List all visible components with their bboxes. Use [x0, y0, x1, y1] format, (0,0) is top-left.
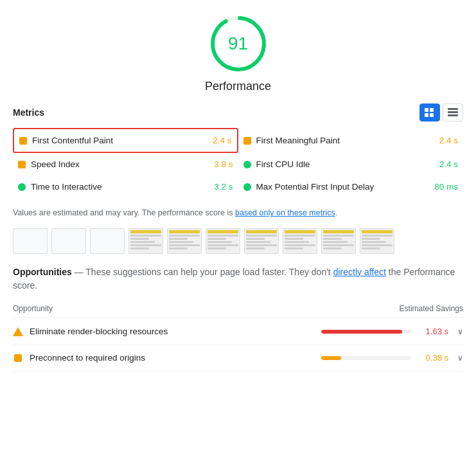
opp-table-header: Opportunity Estimated Savings [13, 302, 463, 318]
metrics-title: Metrics [13, 107, 44, 118]
savings-bar-fill [321, 356, 341, 360]
list-view-button[interactable] [443, 104, 463, 122]
screenshots-strip [13, 228, 463, 254]
metric-value: 2.4 s [439, 159, 458, 169]
metric-name: First Contentful Paint [32, 136, 213, 145]
screenshot-thumb [128, 228, 163, 254]
metric-dot [243, 161, 251, 168]
svg-rect-6 [448, 108, 458, 110]
warning-icon [13, 327, 23, 337]
metric-dot [19, 137, 27, 145]
savings-bar-fill [321, 330, 402, 334]
savings-bar-section: 1.63 s∨ [321, 327, 463, 336]
view-toggles [419, 104, 463, 122]
svg-rect-3 [430, 108, 434, 112]
opportunity-item[interactable]: Preconnect to required origins0.38 s∨ [13, 345, 463, 372]
metric-value: 3.8 s [214, 159, 233, 169]
screenshot-thumb [51, 228, 86, 254]
metric-dot [243, 137, 251, 145]
metric-value: 80 ms [434, 182, 458, 192]
metrics-link[interactable]: based only on these metrics [235, 208, 335, 217]
metric-item: Speed Index3.8 s [13, 153, 238, 176]
metric-dot [243, 183, 251, 191]
screenshot-thumb [13, 228, 48, 254]
svg-rect-8 [448, 114, 458, 116]
expand-chevron-icon[interactable]: ∨ [457, 354, 463, 363]
metrics-grid: First Contentful Paint2.4 sFirst Meaning… [13, 128, 463, 198]
col-opportunity: Opportunity [13, 304, 53, 313]
svg-rect-2 [425, 108, 428, 112]
svg-rect-5 [430, 113, 434, 117]
metric-dot [18, 161, 26, 168]
metric-item: First Contentful Paint2.4 s [13, 128, 238, 153]
metric-value: 2.4 s [213, 136, 231, 145]
metric-item: Time to Interactive3.2 s [13, 176, 238, 198]
performance-label: Performance [205, 80, 271, 93]
screenshot-thumb [283, 228, 317, 254]
metric-value: 3.2 s [214, 182, 233, 192]
opportunity-item[interactable]: Eliminate render-blocking resources1.63 … [13, 319, 463, 345]
metric-name: First CPU Idle [256, 159, 439, 169]
opportunity-name: Preconnect to required origins [30, 353, 321, 363]
metrics-header: Metrics [13, 104, 463, 122]
metric-item: First Meaningful Paint2.4 s [238, 128, 464, 153]
svg-rect-7 [448, 111, 458, 113]
svg-rect-4 [425, 113, 428, 117]
info-icon [13, 353, 23, 363]
opportunity-name: Eliminate render-blocking resources [30, 327, 321, 336]
screenshot-thumb [244, 228, 279, 254]
opportunities-bold: Opportunities [13, 267, 72, 277]
metric-name: Max Potential First Input Delay [256, 182, 435, 192]
metric-item: First CPU Idle2.4 s [238, 153, 464, 176]
opportunities-intro: Opportunities — These suggestions can he… [13, 266, 463, 292]
screenshot-thumb [360, 228, 394, 254]
directly-affect-link[interactable]: directly affect [333, 267, 386, 277]
metric-name: First Meaningful Paint [256, 136, 439, 145]
savings-bar-container [321, 330, 411, 334]
metric-name: Speed Index [31, 159, 214, 169]
opportunity-list: Eliminate render-blocking resources1.63 … [13, 319, 463, 372]
grid-view-button[interactable] [419, 104, 440, 122]
footnote: Values are estimated and may vary. The p… [13, 207, 463, 219]
screenshot-thumb [206, 228, 240, 254]
savings-value: 1.63 s [416, 327, 448, 336]
screenshot-thumb [321, 228, 356, 254]
score-circle: 91 [207, 13, 269, 75]
savings-bar-section: 0.38 s∨ [321, 353, 463, 363]
expand-chevron-icon[interactable]: ∨ [457, 327, 463, 336]
metric-value: 2.4 s [439, 136, 458, 145]
savings-bar-container [321, 356, 411, 360]
screenshot-thumb [90, 228, 125, 254]
metric-item: Max Potential First Input Delay80 ms [238, 176, 464, 198]
score-value: 91 [228, 33, 248, 54]
screenshot-thumb [167, 228, 202, 254]
metric-name: Time to Interactive [31, 182, 214, 192]
col-savings: Estimated Savings [400, 304, 463, 313]
score-section: 91 Performance [13, 13, 463, 93]
savings-value: 0.38 s [416, 353, 448, 363]
metric-dot [18, 183, 26, 191]
